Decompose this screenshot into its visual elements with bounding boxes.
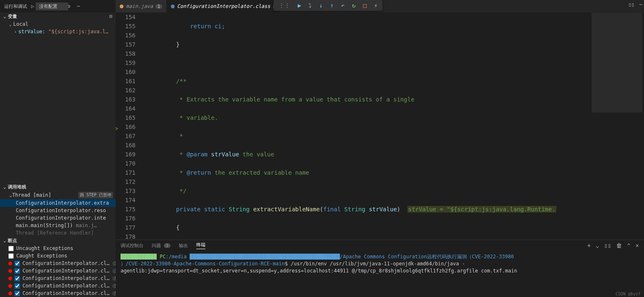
bp-checkbox[interactable] xyxy=(15,283,20,289)
breakpoint-icon xyxy=(8,262,12,265)
continue-icon[interactable]: ▶ xyxy=(294,2,304,9)
config-dropdown[interactable]: 没有配置 xyxy=(36,2,68,10)
tab-output[interactable]: 输出 xyxy=(179,243,188,249)
terminal-tabs: 调试控制台 问题 3 输出 终端 + ⌄ ▯▯ 🗑 ⌃ × xyxy=(116,240,644,251)
maximize-icon[interactable]: ⌃ xyxy=(627,242,630,249)
class-icon xyxy=(171,5,175,8)
chevron-down-icon: ⌄ xyxy=(9,22,12,27)
tab-label: main.java xyxy=(126,3,153,9)
bp-label: Caught Exceptions xyxy=(16,253,67,259)
trash-icon[interactable]: 🗑 xyxy=(616,242,622,249)
java-icon xyxy=(120,5,123,8)
breakpoint-item[interactable]: ConfigurationInterpolator.cl…360 xyxy=(0,260,116,267)
minimap[interactable] xyxy=(590,12,644,240)
tab-label: ConfigurationInterpolator.class xyxy=(177,3,270,9)
bp-checkbox[interactable] xyxy=(15,276,20,281)
thread-status: 因 STEP 已暂停 xyxy=(78,192,113,198)
step-back-icon[interactable]: ↶ xyxy=(338,2,348,9)
breakpoints-title: 断点 xyxy=(8,238,17,243)
chevron-down-icon: ⌄ xyxy=(3,14,6,19)
bp-file: ConfigurationInterpolator.cl… xyxy=(22,283,110,289)
breakpoint-icon xyxy=(8,277,12,280)
frame-label: ConfigurationInterpolator.extra xyxy=(16,200,109,206)
breakpoint-item[interactable]: ConfigurationInterpolator.cl…365 xyxy=(0,267,116,275)
debug-toolbar: ⋮⋮ ▶ ⤵ ↓ ↑ ↶ ↻ □ ⚡ xyxy=(274,0,382,11)
more-actions-icon[interactable]: ⋯ xyxy=(639,2,642,7)
code-lines: return ci; } /** * Extracts the variable… xyxy=(148,12,590,240)
line-gutter: 154155156157158159160161162163164165▷166… xyxy=(116,12,145,240)
bp-file: ConfigurationInterpolator.cl… xyxy=(22,290,110,296)
close-panel-icon[interactable]: × xyxy=(636,242,639,249)
step-over-icon[interactable]: ⤵ xyxy=(305,2,315,9)
breakpoint-item[interactable]: ConfigurationInterpolator.cl…517 xyxy=(0,290,116,297)
chevron-down-icon: ⌄ xyxy=(3,238,6,243)
scope-label: Local xyxy=(13,21,28,27)
thread-row[interactable]: ⌄Thread [main] 因 STEP 已暂停 xyxy=(0,191,116,199)
new-terminal-icon[interactable]: + xyxy=(587,242,590,249)
stack-frame[interactable]: ConfigurationInterpolator.reso xyxy=(0,207,116,214)
hot-code-icon[interactable]: ⚡ xyxy=(371,2,381,9)
chevron-right-icon: › xyxy=(14,30,17,34)
tab-problems[interactable]: 问题 3 xyxy=(152,243,170,249)
breakpoint-uncaught[interactable]: Uncaught Exceptions xyxy=(0,245,116,252)
callstack-title: 调用堆栈 xyxy=(8,184,26,190)
variables-header[interactable]: ⌄变量 ⊟ xyxy=(0,12,116,20)
tab-debug-console[interactable]: 调试控制台 xyxy=(121,243,143,249)
problems-count: 3 xyxy=(164,243,170,248)
step-out-icon[interactable]: ↑ xyxy=(327,2,337,9)
breakpoint-icon xyxy=(8,269,12,273)
play-icon[interactable]: ▷ xyxy=(30,3,36,9)
thread-name: Thread [main] xyxy=(12,192,51,198)
terminal-output[interactable]: ████████████ PC:/media █████████████████… xyxy=(116,251,644,277)
breakpoint-icon xyxy=(8,284,12,288)
drag-handle-icon[interactable]: ⋮⋮ xyxy=(275,2,294,9)
restart-icon[interactable]: ↻ xyxy=(349,2,359,9)
code-editor[interactable]: 154155156157158159160161162163164165▷166… xyxy=(116,12,590,240)
tab-main-java[interactable]: main.java 1 xyxy=(116,0,167,12)
bp-checkbox[interactable] xyxy=(8,253,14,259)
split-editor-icon[interactable]: ▯▯ xyxy=(628,2,634,7)
terminal-panel: 调试控制台 问题 3 输出 终端 + ⌄ ▯▯ 🗑 ⌃ × ██████████… xyxy=(116,240,644,297)
bp-line: 507 xyxy=(112,276,116,281)
breakpoint-caught[interactable]: Caught Exceptions xyxy=(0,252,116,260)
dropdown-icon[interactable]: ⌄ xyxy=(596,242,599,249)
variable-name: strValue: xyxy=(18,29,45,35)
frame-label: Thread [Reference Handler] xyxy=(16,230,94,236)
collapse-icon[interactable]: ⊟ xyxy=(109,14,112,19)
more-icon[interactable]: ⋯ xyxy=(74,3,83,9)
scope-row[interactable]: ⌄Local xyxy=(0,20,116,28)
bp-checkbox[interactable] xyxy=(15,291,20,296)
bp-checkbox[interactable] xyxy=(15,268,20,274)
exec-marker-icon: ▷ xyxy=(116,124,118,130)
watermark: CSDN @byzf xyxy=(616,292,641,296)
variable-value: "${script:js:java.l… xyxy=(48,29,109,35)
tab-terminal[interactable]: 终端 xyxy=(196,242,205,249)
bp-file: ConfigurationInterpolator.cl… xyxy=(22,275,110,281)
bp-file: ConfigurationInterpolator.cl… xyxy=(22,268,110,274)
stack-frame[interactable]: ConfigurationInterpolator.extra xyxy=(0,199,116,207)
bp-checkbox[interactable] xyxy=(8,246,14,251)
step-into-icon[interactable]: ↓ xyxy=(316,2,326,9)
stack-frame[interactable]: main.main(String[]) main.j… xyxy=(0,222,116,229)
frame-label: main.main(String[]) xyxy=(16,223,73,228)
bp-line: 510 xyxy=(112,284,116,288)
stack-frame-extra[interactable]: Thread [Reference Handler] xyxy=(0,229,116,237)
run-debug-label: 运行和调试 xyxy=(2,3,30,10)
breakpoints-header[interactable]: ⌄断点 xyxy=(0,237,116,245)
stack-frame[interactable]: ConfigurationInterpolator.inte xyxy=(0,214,116,222)
stop-icon[interactable]: □ xyxy=(360,2,370,9)
tab-config-interpolator[interactable]: ConfigurationInterpolator.class × xyxy=(167,0,280,12)
split-terminal-icon[interactable]: ▯▯ xyxy=(604,242,611,249)
bp-line: 517 xyxy=(112,291,116,296)
variable-row[interactable]: › strValue: "${script:js:java.l… xyxy=(0,28,116,35)
callstack-header[interactable]: ⌄调用堆栈 xyxy=(0,183,116,191)
breakpoint-item[interactable]: ConfigurationInterpolator.cl…510 xyxy=(0,282,116,290)
breakpoint-icon xyxy=(8,292,12,295)
frame-file: main.j… xyxy=(76,223,97,228)
breakpoint-item[interactable]: ConfigurationInterpolator.cl…507 xyxy=(0,275,116,282)
chevron-down-icon: ⌄ xyxy=(3,184,6,190)
bp-checkbox[interactable] xyxy=(15,261,20,266)
variables-title: 变量 xyxy=(8,14,17,19)
bp-file: ConfigurationInterpolator.cl… xyxy=(22,260,110,266)
bp-label: Uncaught Exceptions xyxy=(16,245,73,251)
